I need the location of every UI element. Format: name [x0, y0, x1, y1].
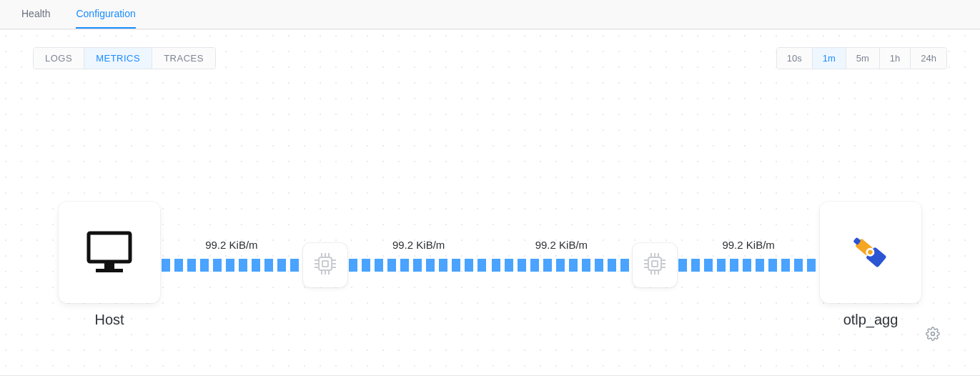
svg-rect-2	[96, 269, 123, 272]
time-24h[interactable]: 24h	[910, 48, 946, 69]
processor-node-0[interactable]	[303, 243, 347, 287]
svg-rect-1	[104, 262, 114, 269]
flow-rate-2: 99.2 KiB/m	[535, 239, 588, 251]
svg-rect-3	[319, 257, 332, 270]
telescope-icon	[845, 226, 896, 279]
svg-rect-4	[322, 261, 328, 267]
flow-rate-0: 99.2 KiB/m	[205, 239, 257, 251]
svg-point-36	[931, 332, 935, 336]
flow-seg-1: 99.2 KiB/m	[347, 259, 490, 272]
flow-seg-2: 99.2 KiB/m	[490, 259, 633, 272]
tab-configuration[interactable]: Configuration	[76, 0, 135, 29]
flow-seg-0: 99.2 KiB/m	[160, 259, 303, 272]
svg-rect-18	[652, 261, 658, 267]
destination-node[interactable]: otlp_agg	[820, 202, 921, 328]
flow-rate-3: 99.2 KiB/m	[722, 239, 774, 251]
svg-rect-17	[648, 257, 661, 270]
toolbar-row: LOGS METRICS TRACES 10s 1m 5m 1h 24h	[33, 47, 947, 69]
source-node[interactable]: Host	[59, 202, 160, 328]
time-5m[interactable]: 5m	[846, 48, 879, 69]
monitor-icon	[84, 229, 134, 277]
pipeline-row: Host 99.2 KiB/m 99.2 KiB/m	[59, 202, 921, 328]
signal-traces[interactable]: TRACES	[152, 48, 215, 69]
destination-label: otlp_agg	[820, 312, 921, 328]
signal-metrics[interactable]: METRICS	[84, 48, 152, 69]
chip-icon	[642, 251, 668, 279]
svg-rect-0	[89, 233, 130, 262]
tab-health[interactable]: Health	[21, 0, 50, 29]
time-range-selector: 10s 1m 5m 1h 24h	[776, 47, 947, 69]
source-label: Host	[59, 312, 160, 328]
signal-logs[interactable]: LOGS	[34, 48, 84, 69]
gear-icon	[926, 332, 940, 343]
time-10s[interactable]: 10s	[777, 48, 812, 69]
signal-type-selector: LOGS METRICS TRACES	[33, 47, 216, 69]
time-1h[interactable]: 1h	[879, 48, 910, 69]
processor-node-1[interactable]	[633, 243, 677, 287]
time-1m[interactable]: 1m	[812, 48, 846, 69]
pipeline-canvas: LOGS METRICS TRACES 10s 1m 5m 1h 24h	[0, 29, 980, 376]
flow-rate-1: 99.2 KiB/m	[392, 239, 445, 251]
chip-icon	[312, 251, 338, 279]
top-tabs: Health Configuration	[0, 0, 980, 29]
flow-seg-3: 99.2 KiB/m	[677, 259, 820, 272]
settings-button[interactable]	[926, 327, 940, 343]
